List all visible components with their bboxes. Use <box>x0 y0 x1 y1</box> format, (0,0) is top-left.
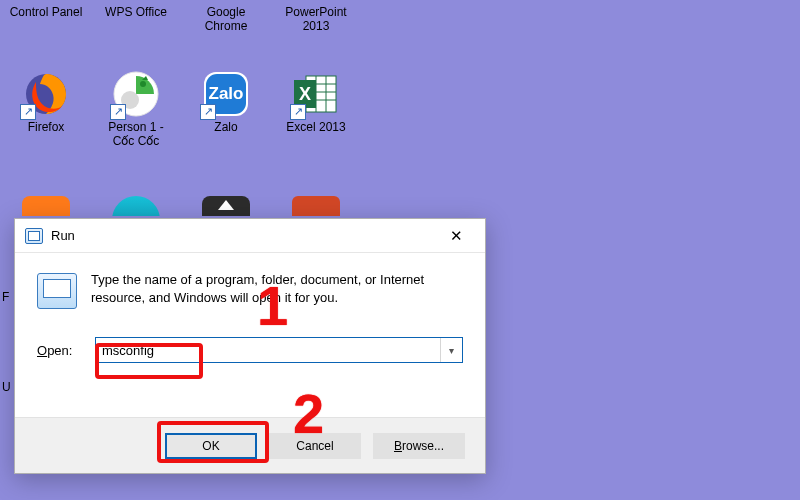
browse-button[interactable]: Browse... <box>373 433 465 459</box>
close-icon: ✕ <box>450 227 463 245</box>
excel-icon: X <box>292 70 340 118</box>
desktop-icon-firefox[interactable]: Firefox <box>4 70 88 134</box>
cropped-icon <box>292 196 340 216</box>
coccoc-icon <box>112 70 160 118</box>
cropped-label: U <box>2 380 11 394</box>
close-button[interactable]: ✕ <box>433 221 479 251</box>
svg-text:Zalo: Zalo <box>209 84 244 103</box>
desktop-icon-wps-office[interactable]: WPS Office <box>94 3 178 19</box>
run-body-icon <box>37 273 77 309</box>
desktop-icon-label: Control Panel <box>4 5 88 19</box>
desktop-row-3-cropped <box>4 196 464 216</box>
zalo-icon: Zalo <box>202 70 250 118</box>
desktop-icon-google-chrome[interactable]: Google Chrome <box>184 3 268 33</box>
svg-point-3 <box>140 81 146 87</box>
desktop-icon-label: Excel 2013 <box>274 120 358 134</box>
button-label: OK <box>202 439 219 453</box>
firefox-icon <box>22 70 70 118</box>
desktop-icon-label: Google Chrome <box>184 5 268 33</box>
cancel-button[interactable]: Cancel <box>269 433 361 459</box>
desktop-icon-zalo[interactable]: Zalo Zalo <box>184 70 268 134</box>
shortcut-overlay-icon <box>290 104 306 120</box>
shortcut-overlay-icon <box>20 104 36 120</box>
cropped-icon <box>22 196 70 216</box>
ok-button[interactable]: OK <box>165 433 257 459</box>
open-label: Open: <box>37 343 81 358</box>
desktop-icon-label: Zalo <box>184 120 268 134</box>
open-combobox[interactable]: ▾ <box>95 337 463 363</box>
button-label: Browse... <box>394 439 444 453</box>
cropped-icon <box>202 196 250 216</box>
chevron-down-icon[interactable]: ▾ <box>440 338 462 362</box>
svg-text:X: X <box>299 84 311 104</box>
desktop-icon-label: PowerPoint 2013 <box>274 5 358 33</box>
button-label: Cancel <box>296 439 333 453</box>
desktop-icon-label: Person 1 - Cốc Cốc <box>94 120 178 148</box>
dialog-body: Type the name of a program, folder, docu… <box>15 253 485 363</box>
shortcut-overlay-icon <box>110 104 126 120</box>
run-app-icon <box>25 228 43 244</box>
desktop-icon-label: Firefox <box>4 120 88 134</box>
button-bar: OK Cancel Browse... <box>15 417 485 473</box>
dialog-title: Run <box>51 228 75 243</box>
desktop-icon-control-panel[interactable]: Control Panel <box>4 3 88 19</box>
shortcut-overlay-icon <box>200 104 216 120</box>
open-input[interactable] <box>96 338 440 362</box>
instruction-text: Type the name of a program, folder, docu… <box>91 271 451 309</box>
titlebar[interactable]: Run ✕ <box>15 219 485 253</box>
desktop-icon-coccoc[interactable]: Person 1 - Cốc Cốc <box>94 70 178 148</box>
desktop-icon-powerpoint-2013[interactable]: PowerPoint 2013 <box>274 3 358 33</box>
run-dialog: Run ✕ Type the name of a program, folder… <box>14 218 486 474</box>
desktop-icon-excel-2013[interactable]: X Excel 2013 <box>274 70 358 134</box>
cropped-label: F <box>2 290 9 304</box>
cropped-icon <box>112 196 160 216</box>
desktop-icon-label: WPS Office <box>94 5 178 19</box>
